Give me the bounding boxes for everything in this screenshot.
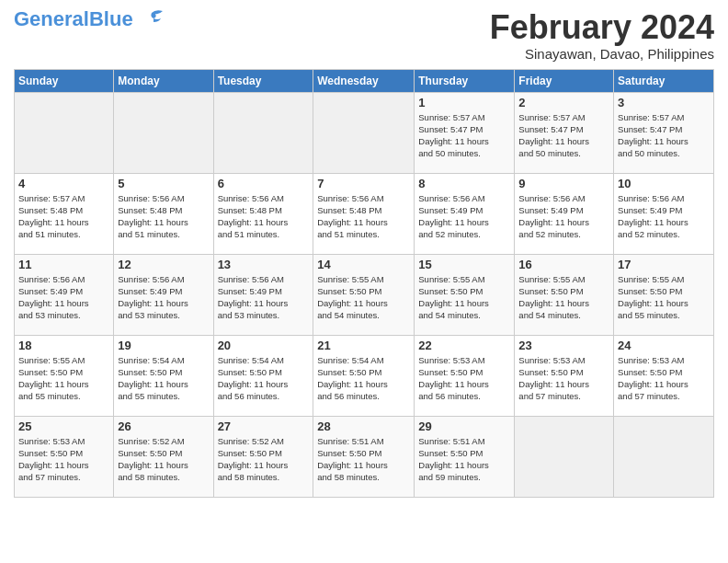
day-info: Sunrise: 5:57 AM Sunset: 5:47 PM Dayligh… <box>518 111 609 160</box>
calendar-cell: 16Sunrise: 5:55 AM Sunset: 5:50 PM Dayli… <box>515 254 614 335</box>
day-number: 26 <box>118 419 209 433</box>
weekday-header-saturday: Saturday <box>614 69 714 92</box>
day-info: Sunrise: 5:57 AM Sunset: 5:47 PM Dayligh… <box>618 111 710 160</box>
calendar-week-1: 1Sunrise: 5:57 AM Sunset: 5:47 PM Daylig… <box>15 92 714 173</box>
day-info: Sunrise: 5:55 AM Sunset: 5:50 PM Dayligh… <box>618 273 710 322</box>
day-info: Sunrise: 5:53 AM Sunset: 5:50 PM Dayligh… <box>418 354 510 403</box>
calendar-cell: 6Sunrise: 5:56 AM Sunset: 5:48 PM Daylig… <box>213 173 313 254</box>
logo-bird-icon <box>137 9 166 29</box>
calendar-week-2: 4Sunrise: 5:57 AM Sunset: 5:48 PM Daylig… <box>15 173 714 254</box>
day-number: 23 <box>518 339 609 352</box>
title-area: February 2024 Sinayawan, Davao, Philippi… <box>490 9 714 62</box>
calendar-cell <box>114 92 213 173</box>
day-info: Sunrise: 5:52 AM Sunset: 5:50 PM Dayligh… <box>118 435 209 484</box>
day-number: 18 <box>18 339 109 352</box>
calendar-cell: 21Sunrise: 5:54 AM Sunset: 5:50 PM Dayli… <box>313 335 415 416</box>
calendar-cell: 17Sunrise: 5:55 AM Sunset: 5:50 PM Dayli… <box>614 254 714 335</box>
day-number: 13 <box>218 258 310 271</box>
day-number: 2 <box>518 96 609 109</box>
day-number: 20 <box>218 339 310 352</box>
day-info: Sunrise: 5:57 AM Sunset: 5:48 PM Dayligh… <box>18 192 109 241</box>
day-info: Sunrise: 5:55 AM Sunset: 5:50 PM Dayligh… <box>518 273 609 322</box>
day-number: 29 <box>418 419 510 433</box>
page-header: GeneralBlue February 2024 Sinayawan, Dav… <box>14 9 714 62</box>
weekday-header-tuesday: Tuesday <box>213 69 313 92</box>
calendar-cell: 3Sunrise: 5:57 AM Sunset: 5:47 PM Daylig… <box>614 92 714 173</box>
calendar-cell: 25Sunrise: 5:53 AM Sunset: 5:50 PM Dayli… <box>15 416 114 497</box>
day-number: 14 <box>317 258 410 271</box>
calendar-cell: 13Sunrise: 5:56 AM Sunset: 5:49 PM Dayli… <box>213 254 313 335</box>
day-number: 11 <box>18 258 109 271</box>
weekday-header-friday: Friday <box>515 69 614 92</box>
day-info: Sunrise: 5:51 AM Sunset: 5:50 PM Dayligh… <box>317 435 410 484</box>
calendar-week-5: 25Sunrise: 5:53 AM Sunset: 5:50 PM Dayli… <box>15 416 714 497</box>
weekday-header-sunday: Sunday <box>15 69 114 92</box>
day-number: 17 <box>618 258 710 271</box>
day-number: 16 <box>518 258 609 271</box>
calendar-cell: 27Sunrise: 5:52 AM Sunset: 5:50 PM Dayli… <box>213 416 313 497</box>
day-number: 3 <box>618 96 710 109</box>
day-number: 27 <box>218 419 310 433</box>
day-info: Sunrise: 5:54 AM Sunset: 5:50 PM Dayligh… <box>118 354 209 403</box>
day-number: 7 <box>317 177 410 190</box>
day-info: Sunrise: 5:56 AM Sunset: 5:48 PM Dayligh… <box>218 192 310 241</box>
calendar-cell <box>614 416 714 497</box>
weekday-header-wednesday: Wednesday <box>313 69 415 92</box>
day-info: Sunrise: 5:51 AM Sunset: 5:50 PM Dayligh… <box>418 435 510 484</box>
day-info: Sunrise: 5:56 AM Sunset: 5:48 PM Dayligh… <box>317 192 410 241</box>
calendar-cell: 14Sunrise: 5:55 AM Sunset: 5:50 PM Dayli… <box>313 254 415 335</box>
day-info: Sunrise: 5:56 AM Sunset: 5:49 PM Dayligh… <box>118 273 209 322</box>
calendar-cell: 22Sunrise: 5:53 AM Sunset: 5:50 PM Dayli… <box>415 335 515 416</box>
day-info: Sunrise: 5:57 AM Sunset: 5:47 PM Dayligh… <box>418 111 510 160</box>
weekday-header-thursday: Thursday <box>415 69 515 92</box>
calendar-cell: 8Sunrise: 5:56 AM Sunset: 5:49 PM Daylig… <box>415 173 515 254</box>
day-number: 28 <box>317 419 410 433</box>
calendar-week-4: 18Sunrise: 5:55 AM Sunset: 5:50 PM Dayli… <box>15 335 714 416</box>
day-info: Sunrise: 5:53 AM Sunset: 5:50 PM Dayligh… <box>618 354 710 403</box>
day-number: 6 <box>218 177 310 190</box>
calendar-cell: 19Sunrise: 5:54 AM Sunset: 5:50 PM Dayli… <box>114 335 213 416</box>
calendar-cell: 9Sunrise: 5:56 AM Sunset: 5:49 PM Daylig… <box>515 173 614 254</box>
calendar-cell: 29Sunrise: 5:51 AM Sunset: 5:50 PM Dayli… <box>415 416 515 497</box>
day-info: Sunrise: 5:56 AM Sunset: 5:48 PM Dayligh… <box>118 192 209 241</box>
day-number: 4 <box>18 177 109 190</box>
calendar-cell <box>515 416 614 497</box>
day-info: Sunrise: 5:55 AM Sunset: 5:50 PM Dayligh… <box>418 273 510 322</box>
day-info: Sunrise: 5:54 AM Sunset: 5:50 PM Dayligh… <box>317 354 410 403</box>
calendar-cell <box>313 92 415 173</box>
calendar-cell: 5Sunrise: 5:56 AM Sunset: 5:48 PM Daylig… <box>114 173 213 254</box>
calendar-cell: 15Sunrise: 5:55 AM Sunset: 5:50 PM Dayli… <box>415 254 515 335</box>
day-info: Sunrise: 5:56 AM Sunset: 5:49 PM Dayligh… <box>518 192 609 241</box>
logo-general: General <box>14 7 89 30</box>
weekday-header-monday: Monday <box>114 69 213 92</box>
location: Sinayawan, Davao, Philippines <box>490 46 714 62</box>
day-info: Sunrise: 5:55 AM Sunset: 5:50 PM Dayligh… <box>317 273 410 322</box>
calendar-cell: 11Sunrise: 5:56 AM Sunset: 5:49 PM Dayli… <box>15 254 114 335</box>
calendar-cell: 28Sunrise: 5:51 AM Sunset: 5:50 PM Dayli… <box>313 416 415 497</box>
month-year: February 2024 <box>490 9 714 46</box>
day-number: 19 <box>118 339 209 352</box>
day-number: 5 <box>118 177 209 190</box>
calendar-cell: 12Sunrise: 5:56 AM Sunset: 5:49 PM Dayli… <box>114 254 213 335</box>
day-info: Sunrise: 5:55 AM Sunset: 5:50 PM Dayligh… <box>18 354 109 403</box>
day-number: 10 <box>618 177 710 190</box>
day-number: 1 <box>418 96 510 109</box>
calendar-cell: 20Sunrise: 5:54 AM Sunset: 5:50 PM Dayli… <box>213 335 313 416</box>
calendar-cell: 10Sunrise: 5:56 AM Sunset: 5:49 PM Dayli… <box>614 173 714 254</box>
day-number: 15 <box>418 258 510 271</box>
logo-text: GeneralBlue <box>14 7 133 30</box>
day-info: Sunrise: 5:53 AM Sunset: 5:50 PM Dayligh… <box>18 435 109 484</box>
day-info: Sunrise: 5:53 AM Sunset: 5:50 PM Dayligh… <box>518 354 609 403</box>
day-info: Sunrise: 5:52 AM Sunset: 5:50 PM Dayligh… <box>218 435 310 484</box>
calendar-cell: 23Sunrise: 5:53 AM Sunset: 5:50 PM Dayli… <box>515 335 614 416</box>
calendar-cell: 18Sunrise: 5:55 AM Sunset: 5:50 PM Dayli… <box>15 335 114 416</box>
calendar-week-3: 11Sunrise: 5:56 AM Sunset: 5:49 PM Dayli… <box>15 254 714 335</box>
day-number: 22 <box>418 339 510 352</box>
day-info: Sunrise: 5:56 AM Sunset: 5:49 PM Dayligh… <box>418 192 510 241</box>
day-number: 12 <box>118 258 209 271</box>
day-number: 24 <box>618 339 710 352</box>
day-info: Sunrise: 5:56 AM Sunset: 5:49 PM Dayligh… <box>218 273 310 322</box>
calendar-cell: 2Sunrise: 5:57 AM Sunset: 5:47 PM Daylig… <box>515 92 614 173</box>
day-number: 21 <box>317 339 410 352</box>
calendar-cell: 24Sunrise: 5:53 AM Sunset: 5:50 PM Dayli… <box>614 335 714 416</box>
